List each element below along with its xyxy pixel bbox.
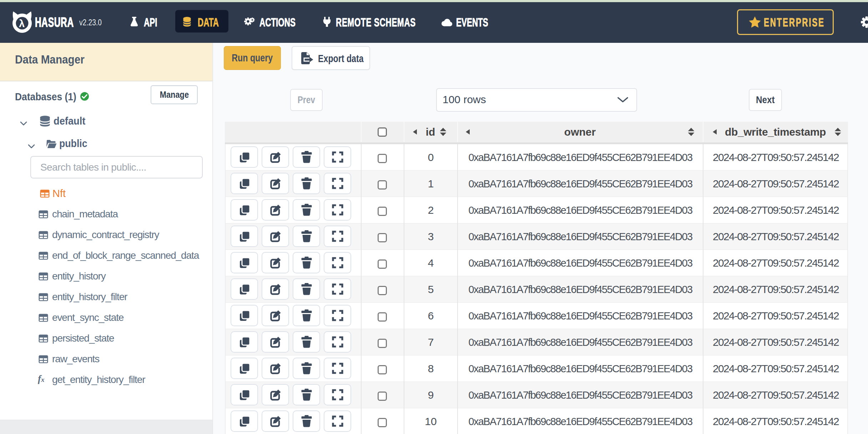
svg-text:λ: λ	[19, 18, 25, 29]
